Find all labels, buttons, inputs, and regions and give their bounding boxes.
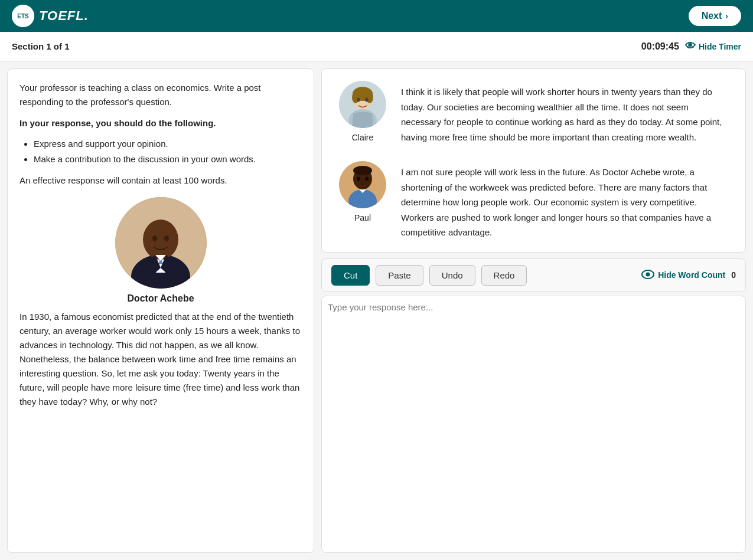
svg-point-8 — [164, 235, 169, 241]
section-bar: Section 1 of 1 00:09:45 👁 Hide Timer — [0, 32, 753, 61]
toolbar: Cut Paste Undo Redo Hide Word Count 0 — [321, 258, 746, 292]
bullet-1: Express and support your opinion. — [34, 136, 302, 152]
svg-point-7 — [152, 235, 157, 241]
doctor-avatar — [115, 197, 207, 289]
chevron-right-icon: › — [725, 11, 728, 21]
paul-entry: Paul I am not sure people will work less… — [336, 161, 731, 240]
redo-button[interactable]: Redo — [481, 265, 527, 286]
toefl-brand: TOEFL. — [39, 8, 89, 24]
right-panel: Claire I think it is likely that people … — [321, 68, 746, 553]
svg-text:ETS: ETS — [17, 13, 29, 19]
svg-point-25 — [357, 177, 360, 181]
svg-point-30 — [646, 272, 650, 276]
word-count-note: An effective response will contain at le… — [19, 173, 302, 188]
claire-text: I think it is likely that people will wo… — [401, 81, 731, 145]
eye-icon: 👁 — [685, 40, 696, 53]
claire-name: Claire — [352, 133, 374, 142]
paste-button[interactable]: Paste — [376, 265, 423, 286]
paul-name: Paul — [354, 213, 371, 222]
header: ETS TOEFL. Next › — [0, 0, 753, 32]
instructions-list: Express and support your opinion. Make a… — [19, 136, 302, 166]
hide-timer-label: Hide Timer — [699, 42, 741, 51]
word-count-value: 0 — [731, 270, 736, 280]
next-button-label: Next — [702, 11, 722, 21]
intro-text: Your professor is teaching a class on ec… — [19, 81, 302, 109]
paul-avatar — [339, 161, 386, 208]
svg-point-26 — [365, 177, 369, 181]
cut-button[interactable]: Cut — [331, 265, 370, 286]
svg-point-6 — [143, 220, 178, 260]
doctor-image-container: Doctor Achebe — [19, 197, 302, 304]
main-content: Your professor is teaching a class on ec… — [0, 61, 753, 560]
section-label: Section 1 of 1 — [12, 41, 70, 51]
left-panel: Your professor is teaching a class on ec… — [7, 68, 314, 553]
svg-point-19 — [357, 98, 360, 102]
ets-logo: ETS — [12, 5, 34, 27]
writing-textarea[interactable] — [321, 296, 746, 554]
paul-col: Paul — [336, 161, 389, 240]
claire-col: Claire — [336, 81, 389, 145]
svg-point-24 — [353, 166, 372, 175]
timer-area: 00:09:45 👁 Hide Timer — [641, 40, 741, 53]
svg-point-20 — [365, 98, 369, 102]
discussion-area: Claire I think it is likely that people … — [321, 68, 746, 253]
claire-entry: Claire I think it is likely that people … — [336, 81, 731, 145]
instruction-bold: In your response, you should do the foll… — [19, 116, 302, 130]
passage-text: In 1930, a famous economist predicted th… — [19, 310, 302, 409]
paul-text: I am not sure people will work less in t… — [401, 161, 731, 240]
hide-word-count-label: Hide Word Count — [658, 270, 725, 280]
undo-button[interactable]: Undo — [429, 265, 475, 286]
word-count-eye-icon — [641, 270, 654, 281]
hide-timer-button[interactable]: 👁 Hide Timer — [685, 40, 741, 53]
timer-value: 00:09:45 — [641, 41, 679, 52]
hide-word-count-button[interactable]: Hide Word Count 0 — [641, 270, 736, 281]
claire-avatar — [339, 81, 386, 128]
logo-area: ETS TOEFL. — [12, 5, 89, 27]
next-button[interactable]: Next › — [689, 6, 741, 26]
doctor-name: Doctor Achebe — [127, 293, 194, 304]
bullet-2: Make a contribution to the discussion in… — [34, 152, 302, 167]
